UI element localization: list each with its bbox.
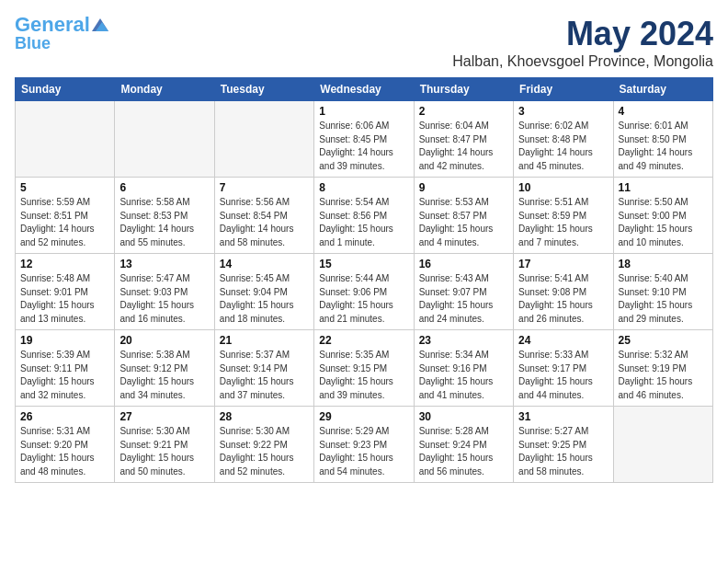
calendar-cell: 8Sunrise: 5:54 AM Sunset: 8:56 PM Daylig… [314, 178, 414, 254]
day-number: 11 [619, 181, 708, 194]
calendar-cell: 4Sunrise: 6:01 AM Sunset: 8:50 PM Daylig… [613, 101, 712, 178]
day-info: Sunrise: 5:58 AM Sunset: 8:53 PM Dayligh… [119, 196, 209, 249]
day-number: 23 [419, 334, 508, 347]
day-info: Sunrise: 5:53 AM Sunset: 8:57 PM Dayligh… [419, 196, 508, 249]
calendar-cell: 6Sunrise: 5:58 AM Sunset: 8:53 PM Daylig… [115, 178, 214, 254]
page-header: General Blue May 2024 Halban, Khoevsgoel… [15, 15, 713, 70]
day-number: 31 [518, 410, 608, 423]
day-number: 22 [319, 334, 408, 347]
day-info: Sunrise: 5:32 AM Sunset: 9:19 PM Dayligh… [619, 349, 708, 402]
calendar-cell: 18Sunrise: 5:40 AM Sunset: 9:10 PM Dayli… [613, 254, 712, 330]
day-number: 7 [220, 181, 309, 194]
weekday-header-friday: Friday [514, 78, 613, 101]
day-info: Sunrise: 5:41 AM Sunset: 9:08 PM Dayligh… [518, 272, 608, 326]
calendar-table: SundayMondayTuesdayWednesdayThursdayFrid… [15, 77, 713, 483]
calendar-cell: 5Sunrise: 5:59 AM Sunset: 8:51 PM Daylig… [16, 178, 115, 254]
day-info: Sunrise: 5:40 AM Sunset: 9:10 PM Dayligh… [619, 272, 708, 326]
day-number: 5 [20, 181, 109, 194]
day-number: 15 [319, 258, 408, 270]
day-number: 2 [419, 105, 508, 118]
calendar-cell: 7Sunrise: 5:56 AM Sunset: 8:54 PM Daylig… [214, 178, 313, 254]
calendar-cell: 30Sunrise: 5:28 AM Sunset: 9:24 PM Dayli… [414, 407, 513, 483]
day-number: 10 [518, 181, 608, 194]
logo-text: General [15, 15, 90, 35]
day-number: 20 [119, 334, 209, 347]
calendar-cell: 11Sunrise: 5:50 AM Sunset: 9:00 PM Dayli… [613, 178, 712, 254]
calendar-cell [16, 101, 115, 178]
logo-icon [92, 18, 108, 31]
weekday-header-monday: Monday [115, 78, 214, 101]
weekday-header-sunday: Sunday [16, 78, 115, 101]
location-subtitle: Halban, Khoevsgoel Province, Mongolia [452, 53, 713, 70]
day-info: Sunrise: 5:59 AM Sunset: 8:51 PM Dayligh… [20, 196, 109, 249]
day-info: Sunrise: 5:44 AM Sunset: 9:06 PM Dayligh… [319, 272, 408, 326]
calendar-cell: 29Sunrise: 5:29 AM Sunset: 9:23 PM Dayli… [314, 407, 414, 483]
weekday-header-wednesday: Wednesday [314, 78, 414, 101]
day-info: Sunrise: 6:02 AM Sunset: 8:48 PM Dayligh… [518, 120, 608, 173]
day-number: 21 [220, 334, 309, 347]
day-number: 19 [20, 334, 109, 347]
day-info: Sunrise: 5:47 AM Sunset: 9:03 PM Dayligh… [119, 272, 209, 326]
day-number: 8 [319, 181, 408, 194]
weekday-header-row: SundayMondayTuesdayWednesdayThursdayFrid… [16, 78, 713, 101]
day-number: 27 [119, 410, 209, 423]
day-number: 29 [319, 410, 408, 423]
day-number: 6 [119, 181, 209, 194]
calendar-cell: 15Sunrise: 5:44 AM Sunset: 9:06 PM Dayli… [314, 254, 414, 330]
day-info: Sunrise: 5:27 AM Sunset: 9:25 PM Dayligh… [518, 425, 608, 478]
day-info: Sunrise: 5:31 AM Sunset: 9:20 PM Dayligh… [20, 425, 109, 478]
calendar-cell: 28Sunrise: 5:30 AM Sunset: 9:22 PM Dayli… [214, 407, 313, 483]
day-number: 12 [20, 258, 109, 270]
day-info: Sunrise: 5:51 AM Sunset: 8:59 PM Dayligh… [518, 196, 608, 249]
day-info: Sunrise: 6:06 AM Sunset: 8:45 PM Dayligh… [319, 120, 408, 173]
weekday-header-tuesday: Tuesday [214, 78, 313, 101]
day-number: 17 [518, 258, 608, 270]
day-number: 26 [20, 410, 109, 423]
calendar-cell [214, 101, 313, 178]
day-number: 13 [119, 258, 209, 270]
calendar-week-1: 1Sunrise: 6:06 AM Sunset: 8:45 PM Daylig… [16, 101, 713, 178]
calendar-cell: 14Sunrise: 5:45 AM Sunset: 9:04 PM Dayli… [214, 254, 313, 330]
day-info: Sunrise: 5:30 AM Sunset: 9:22 PM Dayligh… [220, 425, 309, 478]
day-number: 18 [619, 258, 708, 270]
day-number: 4 [619, 105, 708, 118]
day-info: Sunrise: 5:33 AM Sunset: 9:17 PM Dayligh… [518, 349, 608, 402]
day-number: 14 [220, 258, 309, 270]
logo: General Blue [15, 15, 108, 52]
calendar-week-3: 12Sunrise: 5:48 AM Sunset: 9:01 PM Dayli… [16, 254, 713, 330]
calendar-cell: 12Sunrise: 5:48 AM Sunset: 9:01 PM Dayli… [16, 254, 115, 330]
calendar-cell: 13Sunrise: 5:47 AM Sunset: 9:03 PM Dayli… [115, 254, 214, 330]
calendar-cell: 24Sunrise: 5:33 AM Sunset: 9:17 PM Dayli… [514, 330, 613, 407]
day-number: 16 [419, 258, 508, 270]
calendar-cell: 26Sunrise: 5:31 AM Sunset: 9:20 PM Dayli… [16, 407, 115, 483]
calendar-cell: 20Sunrise: 5:38 AM Sunset: 9:12 PM Dayli… [115, 330, 214, 407]
weekday-header-thursday: Thursday [414, 78, 513, 101]
day-number: 1 [319, 105, 408, 118]
day-number: 3 [518, 105, 608, 118]
day-info: Sunrise: 5:48 AM Sunset: 9:01 PM Dayligh… [20, 272, 109, 326]
day-info: Sunrise: 5:39 AM Sunset: 9:11 PM Dayligh… [20, 349, 109, 402]
calendar-cell: 9Sunrise: 5:53 AM Sunset: 8:57 PM Daylig… [414, 178, 513, 254]
calendar-cell: 21Sunrise: 5:37 AM Sunset: 9:14 PM Dayli… [214, 330, 313, 407]
calendar-cell: 25Sunrise: 5:32 AM Sunset: 9:19 PM Dayli… [613, 330, 712, 407]
day-info: Sunrise: 5:43 AM Sunset: 9:07 PM Dayligh… [419, 272, 508, 326]
calendar-cell: 22Sunrise: 5:35 AM Sunset: 9:15 PM Dayli… [314, 330, 414, 407]
day-number: 30 [419, 410, 508, 423]
calendar-cell [613, 407, 712, 483]
day-number: 9 [419, 181, 508, 194]
day-info: Sunrise: 5:45 AM Sunset: 9:04 PM Dayligh… [220, 272, 309, 326]
calendar-cell: 2Sunrise: 6:04 AM Sunset: 8:47 PM Daylig… [414, 101, 513, 178]
day-number: 25 [619, 334, 708, 347]
logo-blue: Blue [15, 35, 51, 52]
title-block: May 2024 Halban, Khoevsgoel Province, Mo… [452, 15, 713, 70]
weekday-header-saturday: Saturday [613, 78, 712, 101]
day-info: Sunrise: 5:54 AM Sunset: 8:56 PM Dayligh… [319, 196, 408, 249]
calendar-cell: 17Sunrise: 5:41 AM Sunset: 9:08 PM Dayli… [514, 254, 613, 330]
day-number: 24 [518, 334, 608, 347]
calendar-week-5: 26Sunrise: 5:31 AM Sunset: 9:20 PM Dayli… [16, 407, 713, 483]
day-info: Sunrise: 5:35 AM Sunset: 9:15 PM Dayligh… [319, 349, 408, 402]
day-info: Sunrise: 5:30 AM Sunset: 9:21 PM Dayligh… [119, 425, 209, 478]
day-info: Sunrise: 6:01 AM Sunset: 8:50 PM Dayligh… [619, 120, 708, 173]
calendar-cell [115, 101, 214, 178]
day-info: Sunrise: 6:04 AM Sunset: 8:47 PM Dayligh… [419, 120, 508, 173]
